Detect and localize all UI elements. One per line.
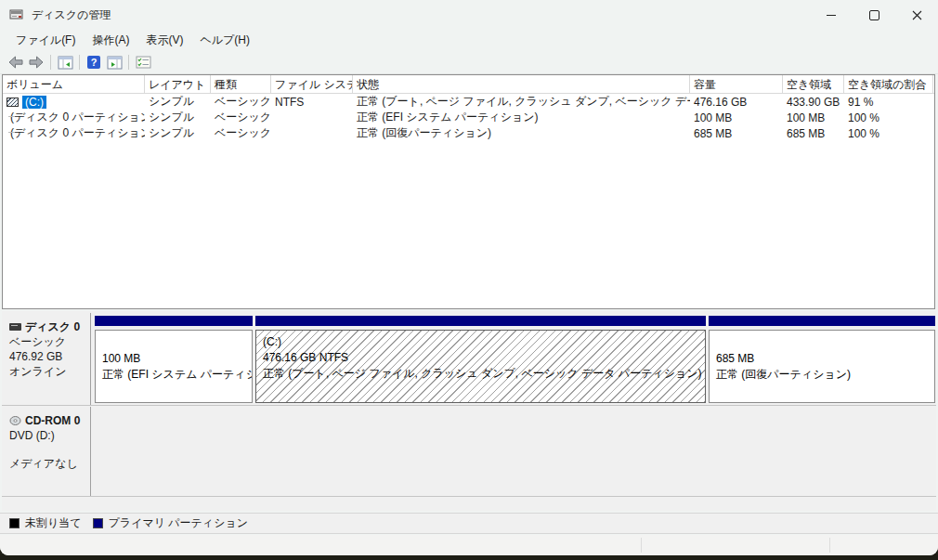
disk-status: オンライン (9, 364, 90, 379)
cdrom-0-header-panel[interactable]: CD-ROM 0 DVD (D:) メディアなし (2, 407, 91, 496)
column-header-layout[interactable]: レイアウト (145, 75, 211, 93)
partition-label: (C:) (263, 334, 698, 350)
column-header-status[interactable]: 状態 (353, 75, 690, 93)
cell-layout: シンプル (145, 94, 211, 110)
cell-percent-free: 100 % (844, 111, 933, 124)
cell-type: ベーシック (211, 94, 271, 110)
column-header-free-space[interactable]: 空き領域 (783, 75, 844, 93)
cell-percent-free: 100 % (844, 127, 933, 140)
maximize-icon (869, 10, 879, 20)
minimize-icon (827, 15, 836, 16)
cdrom-name: CD-ROM 0 (25, 413, 80, 428)
partition-size: 476.16 GB NTFS (263, 350, 698, 366)
cell-status: 正常 (EFI システム パーティション) (353, 110, 690, 125)
statusbar-separator (641, 538, 642, 553)
partition-size: 100 MB (102, 351, 245, 367)
forward-arrow-icon (29, 56, 44, 69)
partition-c[interactable]: (C:) 476.16 GB NTFS 正常 (ブート, ページ ファイル, ク… (255, 316, 706, 403)
svg-text:?: ? (91, 57, 98, 68)
column-header-type[interactable]: 種類 (211, 75, 271, 93)
column-header-volume[interactable]: ボリューム (3, 75, 145, 93)
partition-color-bar (95, 316, 253, 326)
volume-name-selected: (C:) (22, 96, 46, 109)
back-button[interactable] (6, 53, 26, 72)
action-pane-icon (107, 56, 123, 70)
volume-list-header: ボリューム レイアウト 種類 ファイル システム 状態 容量 空き領域 空き領域… (3, 75, 934, 94)
close-button[interactable] (895, 0, 938, 30)
help-button[interactable]: ? (84, 53, 104, 72)
table-row-partition-4[interactable]: (ディスク 0 パーティション 4) シンプル ベーシック 正常 (回復パーティ… (3, 125, 934, 141)
cell-type: ベーシック (211, 110, 271, 125)
partition-status: 正常 (回復パーティション) (716, 367, 928, 383)
selected-volume-icon (7, 98, 19, 107)
volume-name: (ディスク 0 パーティション 1) (10, 110, 145, 125)
cell-free-space: 685 MB (783, 127, 844, 140)
cell-status: 正常 (ブート, ページ ファイル, クラッシュ ダンプ, ベーシック データ … (353, 94, 690, 110)
menu-file[interactable]: ファイル(F) (7, 31, 84, 50)
partition-recovery[interactable]: 685 MB 正常 (回復パーティション) (709, 316, 935, 403)
graphical-view-pane: ディスク 0 ベーシック 476.92 GB オンライン 100 MB 正常 (… (2, 311, 936, 511)
cell-percent-free: 91 % (844, 96, 933, 109)
menu-bar: ファイル(F) 操作(A) 表示(V) ヘルプ(H) (0, 30, 938, 51)
disk-size: 476.92 GB (9, 349, 90, 364)
primary-partition-swatch (93, 518, 103, 528)
statusbar-separator (829, 538, 830, 553)
cell-layout: シンプル (145, 110, 211, 125)
legend-bar: 未割り当て プライマリ パーティション (0, 513, 938, 534)
cell-capacity: 100 MB (690, 111, 783, 124)
partition-status: 正常 (ブート, ページ ファイル, クラッシュ ダンプ, ベーシック データ … (263, 366, 698, 382)
show-action-pane-button[interactable] (104, 53, 124, 72)
column-header-percent-free[interactable]: 空き領域の割合 (844, 75, 933, 93)
volume-name: (ディスク 0 パーティション 4) (10, 125, 145, 141)
volume-list-pane: ボリューム レイアウト 種類 ファイル システム 状態 容量 空き領域 空き領域… (2, 74, 935, 309)
partition-status: 正常 (EFI システム パーティション) (102, 367, 245, 383)
console-tree-icon (58, 56, 73, 70)
legend-label: 未割り当て (25, 515, 82, 531)
disk-icon (9, 323, 21, 331)
minimize-button[interactable] (810, 0, 853, 30)
legend-label: プライマリ パーティション (109, 515, 248, 531)
column-header-filesystem[interactable]: ファイル システム (271, 75, 353, 93)
table-row-partition-1[interactable]: (ディスク 0 パーティション 1) シンプル ベーシック 正常 (EFI シス… (3, 110, 934, 125)
disk-name: ディスク 0 (25, 319, 80, 334)
forward-button[interactable] (26, 53, 46, 72)
toolbar-separator (128, 55, 129, 70)
partition-size: 685 MB (716, 351, 928, 367)
cell-free-space: 100 MB (783, 111, 844, 124)
properties-button[interactable] (133, 53, 153, 72)
table-row-c[interactable]: (C:) シンプル ベーシック NTFS 正常 (ブート, ページ ファイル, … (3, 94, 934, 110)
toolbar-separator (79, 55, 80, 70)
cell-capacity: 685 MB (690, 127, 783, 140)
cdrom-0-row: CD-ROM 0 DVD (D:) メディアなし (2, 407, 936, 497)
cdrom-drive: DVD (D:) (9, 428, 90, 443)
title-bar: ディスクの管理 (0, 0, 938, 30)
menu-view[interactable]: 表示(V) (137, 31, 191, 50)
toolbar-separator (50, 55, 51, 70)
cell-status: 正常 (回復パーティション) (353, 125, 690, 141)
column-header-capacity[interactable]: 容量 (690, 75, 783, 93)
partition-color-bar (709, 316, 935, 326)
legend-primary-partition: プライマリ パーティション (93, 515, 248, 531)
window-title: ディスクの管理 (32, 7, 111, 23)
partition-efi[interactable]: 100 MB 正常 (EFI システム パーティション) (95, 316, 253, 403)
cell-filesystem: NTFS (271, 96, 353, 109)
legend-unallocated: 未割り当て (9, 515, 82, 531)
menu-action[interactable]: 操作(A) (84, 31, 137, 50)
cdrom-status: メディアなし (9, 456, 90, 471)
disk-0-row: ディスク 0 ベーシック 476.92 GB オンライン 100 MB 正常 (… (2, 313, 936, 406)
cell-capacity: 476.16 GB (690, 96, 783, 109)
disk-0-header-panel[interactable]: ディスク 0 ベーシック 476.92 GB オンライン (2, 313, 91, 405)
help-icon: ? (86, 55, 101, 70)
close-icon (912, 10, 922, 20)
cell-free-space: 433.90 GB (783, 96, 844, 109)
menu-help[interactable]: ヘルプ(H) (191, 31, 258, 50)
back-arrow-icon (8, 56, 23, 69)
properties-checklist-icon (136, 56, 151, 69)
disk-management-window: ディスクの管理 ファイル(F) 操作(A) 表示(V) ヘルプ(H) (0, 0, 938, 555)
show-console-tree-button[interactable] (55, 53, 75, 72)
status-bar (0, 535, 938, 555)
cell-type: ベーシック (211, 125, 271, 141)
unallocated-swatch (9, 518, 20, 528)
app-icon (9, 8, 24, 21)
maximize-button[interactable] (853, 0, 895, 30)
